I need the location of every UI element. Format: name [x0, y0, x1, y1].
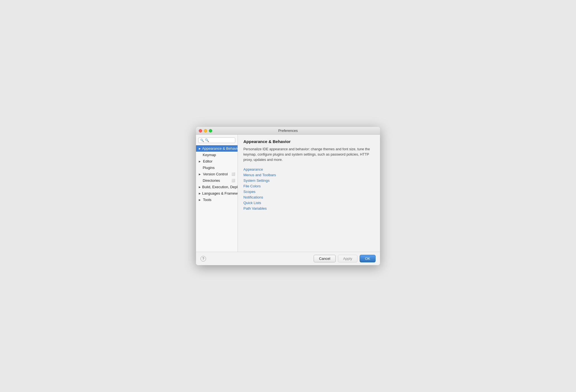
search-icon: 🔍 [200, 139, 204, 142]
expand-arrow-icon: ▶ [199, 199, 202, 201]
main-content: 🔍 ▶ Appearance & Behavior Keymap ▶ Edito… [196, 135, 380, 252]
link-notifications[interactable]: Notifications [243, 195, 374, 199]
sidebar-item-label: Version Control [203, 172, 228, 176]
apply-button[interactable]: Apply [338, 255, 358, 262]
main-panel: Appearance & Behavior Personalize IDE ap… [238, 135, 380, 252]
sidebar: 🔍 ▶ Appearance & Behavior Keymap ▶ Edito… [196, 135, 238, 252]
cancel-button[interactable]: Cancel [314, 255, 335, 262]
sidebar-item-label: Directories [203, 178, 220, 183]
sidebar-item-label: Keymap [203, 153, 216, 157]
panel-description: Personalize IDE appearance and behavior:… [243, 147, 374, 162]
link-list: Appearance Menus and Toolbars System Set… [243, 167, 374, 210]
sidebar-item-version-control[interactable]: ▶ Version Control ⬜ [196, 171, 238, 177]
titlebar: Preferences [196, 127, 380, 135]
sidebar-item-tools[interactable]: ▶ Tools [196, 197, 238, 203]
directories-badge-icon: ⬜ [231, 179, 235, 182]
close-button[interactable] [199, 129, 202, 132]
link-file-colors[interactable]: File Colors [243, 184, 374, 188]
version-control-badge-icon: ⬜ [231, 172, 235, 176]
footer-right: Cancel Apply OK [314, 255, 376, 262]
link-system-settings[interactable]: System Settings [243, 178, 374, 183]
sidebar-item-label: Appearance & Behavior [202, 146, 240, 151]
sidebar-item-label: Tools [203, 198, 211, 202]
window-controls [199, 129, 212, 132]
help-button[interactable]: ? [200, 256, 206, 262]
maximize-button[interactable] [209, 129, 212, 132]
sidebar-item-appearance-behavior[interactable]: ▶ Appearance & Behavior [196, 145, 238, 152]
sidebar-item-directories[interactable]: Directories ⬜ [196, 177, 238, 184]
sidebar-item-plugins[interactable]: Plugins [196, 164, 238, 171]
expand-arrow-icon: ▶ [199, 192, 201, 195]
search-input[interactable] [205, 138, 233, 142]
expand-arrow-icon: ▶ [199, 173, 202, 176]
sidebar-item-keymap[interactable]: Keymap [196, 152, 238, 158]
sidebar-item-build-execution[interactable]: ▶ Build, Execution, Deployment [196, 184, 238, 190]
footer: ? Cancel Apply OK [196, 252, 380, 265]
link-menus-toolbars[interactable]: Menus and Toolbars [243, 173, 374, 177]
link-path-variables[interactable]: Path Variables [243, 206, 374, 210]
ok-button[interactable]: OK [360, 255, 376, 262]
link-scopes[interactable]: Scopes [243, 190, 374, 194]
link-quick-lists[interactable]: Quick Lists [243, 201, 374, 205]
link-appearance[interactable]: Appearance [243, 167, 374, 171]
window-title: Preferences [278, 129, 298, 133]
sidebar-item-editor[interactable]: ▶ Editor [196, 158, 238, 164]
minimize-button[interactable] [204, 129, 207, 132]
panel-title: Appearance & Behavior [243, 139, 374, 144]
expand-arrow-icon: ▶ [199, 186, 201, 188]
sidebar-item-label: Editor [203, 159, 212, 163]
expand-arrow-icon: ▶ [199, 160, 202, 163]
sidebar-item-label: Plugins [203, 166, 215, 170]
search-box[interactable]: 🔍 [198, 137, 235, 143]
expand-arrow-icon: ▶ [199, 147, 201, 150]
footer-left: ? [200, 256, 206, 262]
preferences-window: Preferences 🔍 ▶ Appearance & Behavior Ke… [196, 127, 380, 265]
sidebar-item-languages-frameworks[interactable]: ▶ Languages & Frameworks [196, 190, 238, 197]
